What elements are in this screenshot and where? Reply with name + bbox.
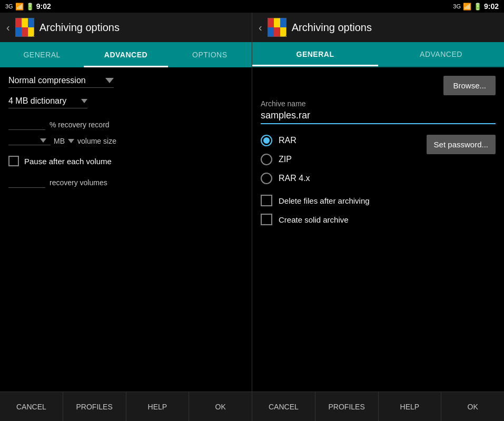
left-tabs: General Advanced Options (0, 42, 252, 67)
svg-rect-0 (15, 18, 22, 27)
signal-bars-right: 📶 (463, 3, 471, 11)
tab-general-right[interactable]: General (252, 42, 378, 66)
recovery-volumes-label: recovery volumes (50, 178, 107, 187)
svg-rect-10 (268, 27, 274, 37)
compression-dropdown[interactable]: Normal compression (8, 76, 114, 88)
right-back-arrow[interactable]: ‹ (259, 22, 262, 34)
status-bar: 3G 📶 🔋 9:02 3G 📶 🔋 9:02 (0, 0, 504, 13)
delete-files-row: Delete files after archiving (261, 195, 496, 206)
svg-rect-5 (28, 27, 34, 37)
left-cancel-button[interactable]: Cancel (0, 392, 63, 421)
right-bottom-half: Cancel Profiles Help OK (252, 392, 504, 421)
left-help-button[interactable]: Help (126, 392, 190, 421)
svg-rect-1 (22, 18, 28, 27)
right-bottom-bar: Cancel Profiles Help OK (252, 392, 504, 421)
radio-zip-label: ZIP (279, 155, 292, 164)
radio-rar4[interactable]: RAR 4.x (261, 173, 310, 184)
volume-input-wrap (8, 136, 51, 145)
right-cancel-button[interactable]: Cancel (252, 392, 315, 421)
radio-rar4-circle (261, 173, 272, 184)
svg-rect-8 (274, 18, 280, 27)
compression-value: Normal compression (8, 76, 105, 85)
tab-options-left[interactable]: Options (168, 42, 252, 67)
radio-rar4-label: RAR 4.x (279, 174, 310, 183)
right-panel: ‹ Archiving options General Advanced (252, 13, 504, 421)
svg-rect-12 (280, 27, 286, 37)
right-profiles-button[interactable]: Profiles (315, 392, 379, 421)
left-back-arrow[interactable]: ‹ (6, 22, 10, 34)
right-app-logo (268, 18, 286, 37)
right-app-title: Archiving options (292, 22, 372, 34)
format-radio-group: RAR ZIP RAR 4.x (261, 135, 310, 184)
svg-rect-4 (22, 27, 28, 37)
recovery-percent-label: % recovery record (50, 121, 110, 129)
pause-checkbox[interactable] (8, 156, 19, 166)
left-header: ‹ Archiving options (0, 13, 252, 42)
tab-advanced-right[interactable]: Advanced (378, 42, 504, 66)
volume-mb-label: MB (54, 137, 65, 145)
solid-archive-label: Create solid archive (279, 215, 349, 224)
tab-general-left[interactable]: General (0, 42, 84, 67)
volume-size-label: volume size (77, 137, 116, 145)
right-content: Browse... Archive name samples.rar RAR Z… (252, 67, 504, 392)
solid-archive-checkbox[interactable] (261, 214, 272, 225)
compression-arrow-icon (105, 78, 114, 83)
left-bottom-half: Cancel Profiles Help OK (0, 392, 252, 421)
volume-mb-arrow-icon (68, 139, 74, 143)
pause-row: Pause after each volume (8, 156, 243, 166)
panels-container: ‹ Archiving options General Advanced (0, 13, 504, 421)
browse-button[interactable]: Browse... (443, 76, 496, 95)
left-profiles-button[interactable]: Profiles (63, 392, 126, 421)
left-content: Normal compression 4 MB dictionary % rec… (0, 67, 252, 392)
left-ok-button[interactable]: OK (189, 392, 252, 421)
radio-zip[interactable]: ZIP (261, 154, 310, 165)
archive-name-label: Archive name (261, 99, 496, 108)
browse-area: Browse... (261, 76, 496, 95)
recovery-percent-row: % recovery record (8, 119, 243, 130)
right-tabs: General Advanced (252, 42, 504, 67)
svg-rect-9 (280, 18, 286, 27)
radio-rar-circle (261, 135, 272, 146)
volume-row: MB volume size (8, 136, 243, 145)
status-right: 3G 📶 🔋 9:02 (453, 2, 499, 11)
left-bottom-bar: Cancel Profiles Help OK (0, 392, 252, 421)
left-panel: ‹ Archiving options General Advanced (0, 13, 252, 421)
svg-rect-2 (28, 18, 34, 27)
time-right: 9:02 (484, 2, 499, 11)
radio-rar-label: RAR (279, 136, 297, 145)
radio-rar[interactable]: RAR (261, 135, 310, 146)
tab-advanced-left[interactable]: Advanced (84, 42, 167, 67)
svg-rect-11 (274, 27, 280, 37)
svg-rect-3 (15, 27, 22, 37)
left-app-title: Archiving options (39, 22, 120, 34)
pause-label: Pause after each volume (24, 157, 112, 166)
volume-input[interactable] (8, 136, 40, 145)
battery-left: 🔋 (26, 3, 34, 11)
left-app-logo (15, 18, 34, 37)
dictionary-dropdown[interactable]: 4 MB dictionary (8, 96, 87, 108)
signal-left: 3G (5, 3, 13, 9)
right-header: ‹ Archiving options (252, 13, 504, 42)
solid-archive-row: Create solid archive (261, 214, 496, 225)
time-left: 9:02 (36, 2, 51, 11)
delete-files-checkbox[interactable] (261, 195, 272, 206)
dictionary-value: 4 MB dictionary (8, 96, 81, 106)
delete-files-label: Delete files after archiving (279, 196, 370, 205)
signal-bars-left: 📶 (15, 3, 24, 11)
set-password-button[interactable]: Set password... (427, 135, 496, 154)
signal-right: 3G (453, 3, 461, 9)
svg-rect-7 (268, 18, 274, 27)
recovery-volumes-input[interactable] (8, 177, 45, 188)
volume-arrow-icon (40, 138, 46, 143)
recovery-percent-input[interactable] (8, 119, 45, 130)
archive-name-field[interactable]: samples.rar (261, 110, 496, 124)
radio-zip-circle (261, 154, 272, 165)
status-left: 3G 📶 🔋 9:02 (5, 2, 51, 11)
right-ok-button[interactable]: OK (441, 392, 504, 421)
recovery-volumes-row: recovery volumes (8, 177, 243, 188)
dictionary-arrow-icon (81, 99, 87, 103)
right-help-button[interactable]: Help (379, 392, 442, 421)
battery-right: 🔋 (473, 3, 482, 11)
